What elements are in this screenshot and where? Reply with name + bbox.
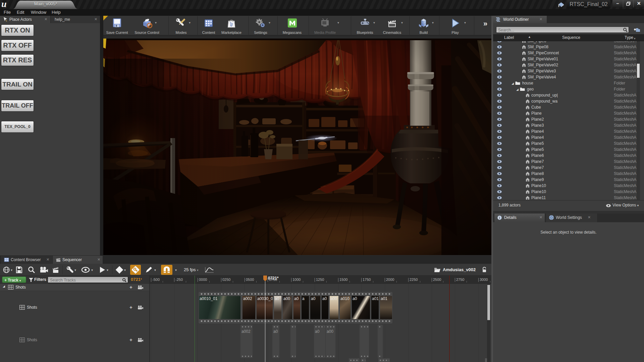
svg-text:i: i [499, 216, 500, 220]
